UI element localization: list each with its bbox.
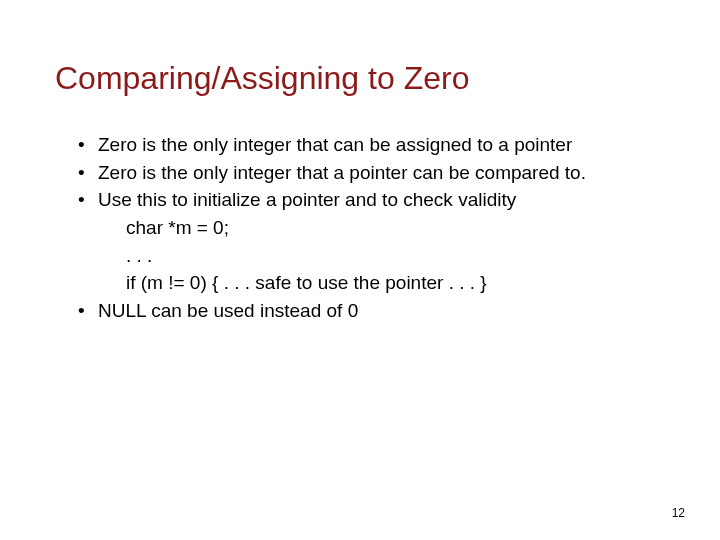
- bullet-item-3: Use this to initialize a pointer and to …: [78, 187, 670, 213]
- slide-title: Comparing/Assigning to Zero: [55, 60, 670, 97]
- bullet-item-2: Zero is the only integer that a pointer …: [78, 160, 670, 186]
- bullet-item-4: NULL can be used instead of 0: [78, 298, 670, 324]
- bullet-item-1: Zero is the only integer that can be ass…: [78, 132, 670, 158]
- code-line-3: if (m != 0) { . . . safe to use the poin…: [78, 270, 670, 296]
- code-line-2: . . .: [78, 243, 670, 269]
- code-line-1: char *m = 0;: [78, 215, 670, 241]
- page-number: 12: [672, 506, 685, 520]
- slide-container: Comparing/Assigning to Zero Zero is the …: [0, 0, 720, 540]
- slide-content: Zero is the only integer that can be ass…: [78, 132, 670, 323]
